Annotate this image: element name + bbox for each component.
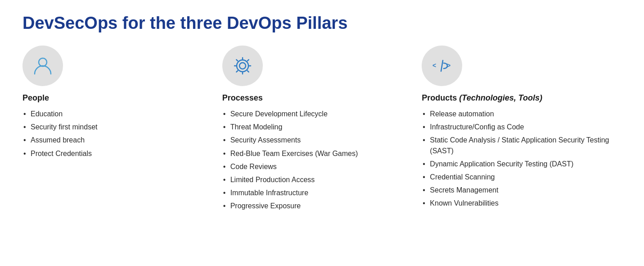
people-list: EducationSecurity first mindsetAssumed b… (23, 107, 213, 160)
list-item: Secrets Management (422, 183, 612, 197)
list-item: Release automation (422, 107, 612, 120)
processes-title: Processes (222, 93, 413, 103)
people-title: People (23, 93, 213, 103)
list-item: Dynamic Application Security Testing (DA… (422, 157, 612, 170)
gear-icon (222, 46, 263, 86)
column-processes: ProcessesSecure Development LifecycleThr… (222, 46, 422, 213)
list-item: Static Code Analysis / Static Applicatio… (422, 133, 612, 157)
list-item: Red-Blue Team Exercises (War Games) (222, 147, 413, 160)
list-item: Credential Scanning (422, 170, 612, 183)
products-title: Products (Technologies, Tools) (422, 93, 612, 103)
list-item: Progressive Exposure (222, 199, 413, 212)
column-people: PeopleEducationSecurity first mindsetAss… (23, 46, 222, 160)
svg-text:<: < (432, 62, 436, 69)
svg-point-2 (237, 60, 248, 72)
code-tools-icon: < > (422, 46, 462, 86)
list-item: Education (23, 107, 213, 120)
list-item: Security Assessments (222, 133, 413, 147)
list-item: Immutable Infrastructure (222, 186, 413, 199)
list-item: Security first mindset (23, 120, 213, 133)
svg-point-0 (39, 58, 47, 66)
columns-container: PeopleEducationSecurity first mindsetAss… (23, 46, 621, 213)
list-item: Infrastructure/Config as Code (422, 120, 612, 133)
list-item: Known Vulnerabilities (422, 197, 612, 210)
list-item: Code Reviews (222, 160, 413, 173)
svg-point-1 (239, 63, 246, 69)
processes-list: Secure Development LifecycleThreat Model… (222, 107, 413, 213)
list-item: Limited Production Access (222, 173, 413, 186)
list-item: Assumed breach (23, 133, 213, 147)
list-item: Protect Credentials (23, 147, 213, 160)
svg-line-5 (441, 60, 443, 71)
person-icon (23, 46, 63, 86)
list-item: Threat Modeling (222, 120, 413, 133)
page-title: DevSecOps for the three DevOps Pillars (23, 14, 621, 33)
list-item: Secure Development Lifecycle (222, 107, 413, 120)
products-list: Release automationInfrastructure/Config … (422, 107, 612, 210)
column-products: < > Products (Technologies, Tools)Releas… (422, 46, 621, 210)
